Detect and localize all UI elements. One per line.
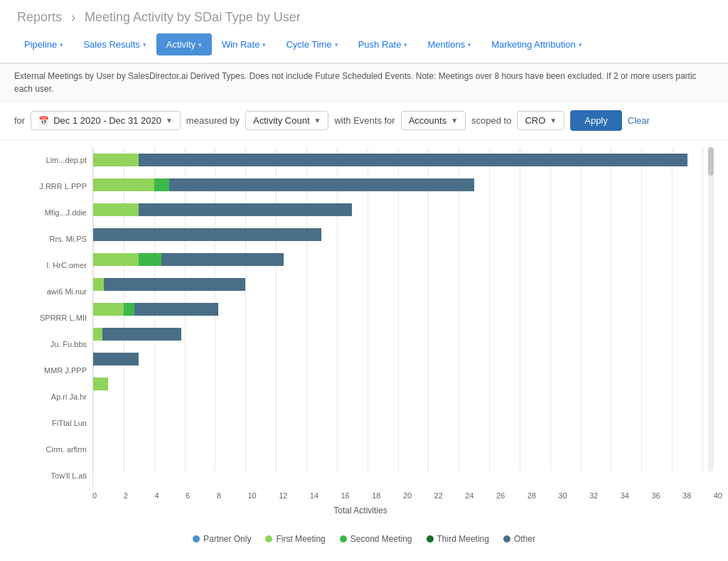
legend-label: Other [514,534,535,544]
date-range-value: Dec 1 2020 - Dec 31 2020 [53,115,161,126]
legend-dot [427,535,434,543]
chevron-icon: ▾ [198,41,202,48]
scrollbar[interactable] [708,147,714,471]
y-axis-label: FiTtal Lun [7,412,87,434]
bar-row [93,250,702,269]
nav-tabs: Pipeline▾Sales Results▾Activity▾Win Rate… [14,33,714,55]
tab-win-rate[interactable]: Win Rate▾ [212,33,276,55]
bar-segment-second-meeting [124,303,134,316]
bar-row [93,275,702,294]
chevron-down-icon: ▼ [166,117,173,124]
tab-cycle-time[interactable]: Cycle Time▾ [276,33,348,55]
scrollbar-thumb[interactable] [708,147,714,176]
y-axis-label: Ju. Fu.bbs [7,333,87,356]
apply-button[interactable]: Apply [570,110,622,131]
legend-item: Third Meeting [427,534,489,544]
legend-item: Second Meeting [340,534,412,544]
scoped-to-value: CRO [525,115,545,126]
bar-row [93,375,702,393]
x-axis-title: Total Activities [7,504,714,521]
legend-dot [340,535,347,543]
tab-label: Pipeline [24,39,57,50]
y-axis-label: Mfig...J.ddie [7,201,87,224]
calendar-icon: 📅 [38,116,49,126]
bar-row [93,151,702,169]
bar-segment-other [161,253,283,266]
legend-label: Third Meeting [437,534,489,544]
legend-item: Partner Only [193,534,251,544]
report-description: External Meetings by User by SalesDirect… [0,63,728,102]
measured-by-select[interactable]: Activity Count ▼ [245,111,328,130]
y-axis-label: J.RRR L.PPP [7,175,87,198]
clear-button[interactable]: Clear [628,115,650,126]
measured-by-label: measured by [186,115,240,126]
bar-segment-other [102,328,181,341]
bar-row [93,300,702,319]
y-axis-label: Ap.ri Ja.hr [7,385,87,408]
bar-row [93,400,702,418]
chart-area: Lim...dep.ptJ.RRR L.PPPMfig...J.ddieRrs.… [0,140,728,528]
bar-segment-first-meeting [93,154,139,166]
legend-label: First Meeting [276,534,325,544]
bar-chart: Lim...dep.ptJ.RRR L.PPPMfig...J.ddieRrs.… [7,147,702,488]
y-axis-label: Tow'll L.ati [7,464,87,487]
chevron-down-icon-3: ▼ [451,117,458,124]
bar-segment-other [134,303,218,316]
chevron-icon: ▾ [60,41,63,48]
chart-inner [92,147,702,488]
tab-push-rate[interactable]: Push Rate▾ [348,33,418,55]
page-header: Reports › Meeting Activity by SDai Type … [0,0,728,63]
bar-row [93,424,702,443]
date-range-select[interactable]: 📅 Dec 1 2020 - Dec 31 2020 ▼ [31,111,181,130]
bar-segment-other [139,154,687,166]
tab-pipeline[interactable]: Pipeline▾ [14,33,73,55]
y-axis-label: MMR J.PPP [7,359,87,382]
events-for-label: with Events for [334,115,395,126]
tab-marketing-attribution[interactable]: Marketing Attribution▾ [481,33,592,55]
chevron-icon: ▾ [335,41,338,48]
bar-segment-second-meeting [154,178,169,191]
tab-label: Sales Results [83,39,139,50]
tab-mentions[interactable]: Mentions▾ [417,33,481,55]
events-for-value: Accounts [409,115,446,126]
bar-segment-other [139,203,352,216]
bar-segment-first-meeting [93,253,139,266]
scoped-to-label: scoped to [471,115,511,126]
chevron-icon: ▾ [468,41,471,48]
legend-label: Partner Only [203,534,251,544]
bar-segment-other [104,278,245,291]
bar-row [93,201,702,219]
chevron-icon: ▾ [404,41,407,48]
y-axis-label: Lim...dep.pt [7,149,87,171]
x-axis: 0246810121416182022242628303234363840 [92,488,714,504]
chart-legend: Partner OnlyFirst MeetingSecond MeetingT… [0,528,728,552]
scoped-to-select[interactable]: CRO ▼ [517,111,564,130]
legend-label: Second Meeting [350,534,412,544]
bar-segment-first-meeting [93,178,154,191]
y-axis-label: Rrs. Mi.PS [7,228,87,250]
tab-label: Cycle Time [286,39,331,50]
y-axis-label: awi6 Mi.nur [7,280,87,303]
tab-activity[interactable]: Activity▾ [156,33,212,55]
bar-segment-other [93,228,321,241]
breadcrumb-root[interactable]: Reports [17,10,62,24]
grid-line [702,147,703,471]
bar-segment-first-meeting [93,378,108,390]
bar-row [93,350,702,368]
bar-segment-first-meeting [93,203,139,216]
bar-segment-second-meeting [139,253,161,266]
tab-label: Win Rate [222,39,259,50]
bar-row [93,225,702,244]
bar-segment-first-meeting [93,278,104,291]
breadcrumb-separator: › [71,10,79,24]
for-label: for [14,115,25,126]
tab-label: Mentions [427,39,465,50]
tab-sales-results[interactable]: Sales Results▾ [73,33,156,55]
legend-dot [265,535,272,543]
y-axis-label: SPRRR L.MII [7,306,87,329]
tab-label: Activity [166,39,196,50]
events-for-select[interactable]: Accounts ▼ [401,111,466,130]
tab-label: Push Rate [358,39,402,50]
legend-dot [193,535,200,543]
y-axis: Lim...dep.ptJ.RRR L.PPPMfig...J.ddieRrs.… [7,147,92,488]
